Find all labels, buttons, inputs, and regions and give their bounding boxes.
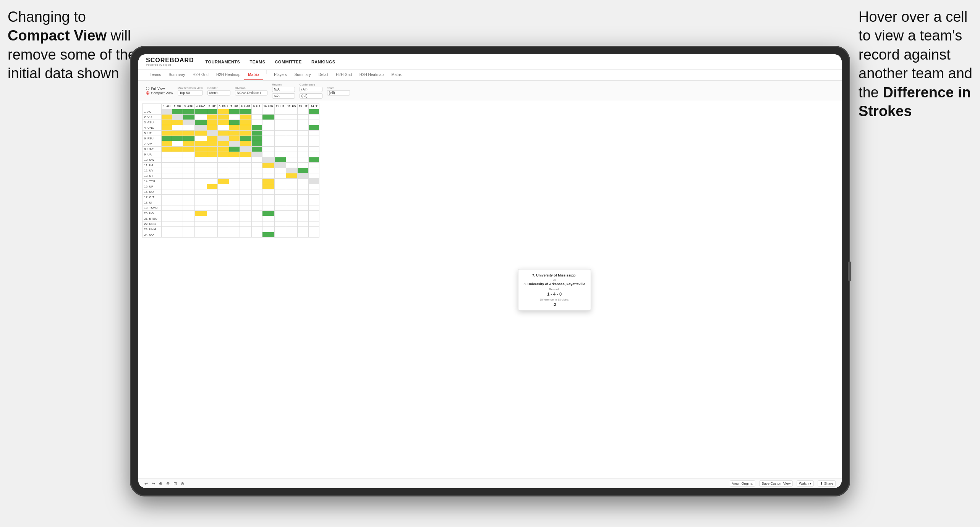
matrix-cell-8-6[interactable] — [229, 152, 240, 157]
matrix-cell-19-8[interactable] — [251, 211, 262, 216]
nav-committee[interactable]: COMMITTEE — [275, 58, 302, 66]
matrix-cell-17-10[interactable] — [274, 200, 286, 205]
matrix-cell-9-9[interactable] — [262, 157, 274, 163]
matrix-cell-21-5[interactable] — [217, 221, 229, 227]
matrix-cell-1-10[interactable] — [274, 115, 286, 120]
matrix-cell-3-11[interactable] — [286, 125, 297, 131]
matrix-cell-7-11[interactable] — [286, 147, 297, 152]
matrix-cell-20-9[interactable] — [262, 216, 274, 221]
matrix-cell-22-3[interactable] — [194, 227, 207, 232]
matrix-cell-17-6[interactable] — [229, 200, 240, 205]
matrix-cell-18-3[interactable] — [194, 205, 207, 211]
matrix-cell-22-12[interactable] — [297, 227, 309, 232]
matrix-cell-8-13[interactable] — [309, 152, 319, 157]
matrix-cell-7-8[interactable] — [251, 147, 262, 152]
matrix-cell-19-2[interactable] — [183, 211, 195, 216]
matrix-cell-14-3[interactable] — [194, 184, 207, 189]
matrix-cell-8-12[interactable] — [297, 152, 309, 157]
matrix-cell-16-10[interactable] — [274, 195, 286, 200]
matrix-cell-6-2[interactable] — [183, 141, 195, 147]
matrix-cell-2-9[interactable] — [262, 120, 274, 125]
matrix-cell-5-2[interactable] — [183, 136, 195, 141]
reset-icon[interactable]: ⊙ — [181, 481, 184, 486]
matrix-cell-8-8[interactable] — [251, 152, 262, 157]
matrix-cell-13-10[interactable] — [274, 179, 286, 184]
matrix-cell-9-12[interactable] — [297, 157, 309, 163]
matrix-cell-5-8[interactable] — [251, 136, 262, 141]
matrix-cell-1-6[interactable] — [229, 115, 240, 120]
matrix-cell-23-2[interactable] — [183, 232, 195, 238]
matrix-cell-8-0[interactable] — [162, 152, 172, 157]
matrix-cell-18-5[interactable] — [217, 205, 229, 211]
matrix-cell-18-2[interactable] — [183, 205, 195, 211]
matrix-cell-20-4[interactable] — [207, 216, 217, 221]
matrix-cell-11-10[interactable] — [274, 168, 286, 173]
matrix-cell-5-11[interactable] — [286, 136, 297, 141]
nav-teams[interactable]: TEAMS — [249, 58, 265, 66]
matrix-cell-7-7[interactable] — [240, 147, 251, 152]
matrix-cell-23-5[interactable] — [217, 232, 229, 238]
matrix-cell-16-4[interactable] — [207, 195, 217, 200]
matrix-cell-3-5[interactable] — [217, 125, 229, 131]
matrix-cell-13-5[interactable] — [217, 179, 229, 184]
view-original-btn[interactable]: View: Original — [730, 480, 755, 487]
matrix-cell-14-10[interactable] — [274, 184, 286, 189]
matrix-cell-2-1[interactable] — [172, 120, 183, 125]
matrix-cell-19-9[interactable] — [262, 211, 274, 216]
matrix-cell-20-7[interactable] — [240, 216, 251, 221]
matrix-cell-12-2[interactable] — [183, 173, 195, 179]
save-custom-btn[interactable]: Save Custom View — [759, 480, 793, 487]
matrix-cell-7-0[interactable] — [162, 147, 172, 152]
matrix-cell-5-1[interactable] — [172, 136, 183, 141]
matrix-cell-21-4[interactable] — [207, 221, 217, 227]
matrix-cell-14-6[interactable] — [229, 184, 240, 189]
matrix-cell-2-10[interactable] — [274, 120, 286, 125]
matrix-cell-19-11[interactable] — [286, 211, 297, 216]
matrix-cell-5-5[interactable] — [217, 136, 229, 141]
matrix-cell-18-12[interactable] — [297, 205, 309, 211]
tab-matrix-1[interactable]: Matrix — [244, 70, 263, 80]
matrix-cell-12-11[interactable] — [286, 173, 297, 179]
matrix-cell-23-6[interactable] — [229, 232, 240, 238]
matrix-cell-22-4[interactable] — [207, 227, 217, 232]
matrix-cell-21-1[interactable] — [172, 221, 183, 227]
matrix-cell-13-13[interactable] — [309, 179, 319, 184]
matrix-cell-6-9[interactable] — [262, 141, 274, 147]
matrix-cell-1-9[interactable] — [262, 115, 274, 120]
matrix-cell-20-12[interactable] — [297, 216, 309, 221]
matrix-cell-15-11[interactable] — [286, 189, 297, 195]
matrix-cell-19-10[interactable] — [274, 211, 286, 216]
tab-detail[interactable]: Detail — [315, 70, 332, 80]
matrix-cell-22-6[interactable] — [229, 227, 240, 232]
matrix-cell-12-12[interactable] — [297, 173, 309, 179]
matrix-cell-17-9[interactable] — [262, 200, 274, 205]
matrix-cell-3-6[interactable] — [229, 125, 240, 131]
matrix-cell-23-11[interactable] — [286, 232, 297, 238]
matrix-cell-6-13[interactable] — [309, 141, 319, 147]
matrix-cell-14-7[interactable] — [240, 184, 251, 189]
matrix-cell-4-9[interactable] — [262, 131, 274, 136]
matrix-cell-0-6[interactable] — [229, 109, 240, 115]
matrix-cell-3-9[interactable] — [262, 125, 274, 131]
matrix-cell-2-6[interactable] — [229, 120, 240, 125]
matrix-cell-2-12[interactable] — [297, 120, 309, 125]
tab-teams[interactable]: Teams — [146, 70, 165, 80]
matrix-cell-21-12[interactable] — [297, 221, 309, 227]
matrix-cell-20-0[interactable] — [162, 216, 172, 221]
matrix-cell-19-6[interactable] — [229, 211, 240, 216]
matrix-cell-21-9[interactable] — [262, 221, 274, 227]
matrix-cell-16-11[interactable] — [286, 195, 297, 200]
matrix-cell-11-11[interactable] — [286, 168, 297, 173]
matrix-cell-21-10[interactable] — [274, 221, 286, 227]
matrix-cell-3-0[interactable] — [162, 125, 172, 131]
matrix-cell-15-7[interactable] — [240, 189, 251, 195]
matrix-cell-9-11[interactable] — [286, 157, 297, 163]
matrix-cell-9-5[interactable] — [217, 157, 229, 163]
matrix-cell-14-2[interactable] — [183, 184, 195, 189]
matrix-cell-2-3[interactable] — [194, 120, 207, 125]
matrix-container[interactable]: 1. AU 2. VU 3. ASU 4. UNC 5. UT 6. FSU 7… — [138, 101, 842, 479]
matrix-cell-0-4[interactable] — [207, 109, 217, 115]
matrix-cell-10-7[interactable] — [240, 163, 251, 168]
matrix-cell-15-10[interactable] — [274, 189, 286, 195]
matrix-cell-5-12[interactable] — [297, 136, 309, 141]
